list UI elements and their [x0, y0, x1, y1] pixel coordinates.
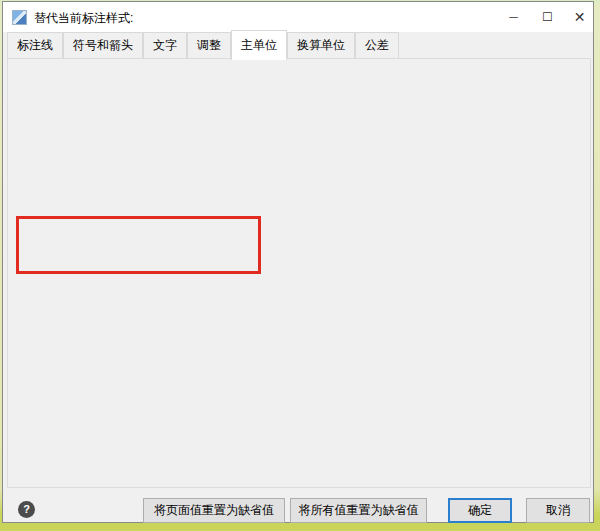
reset-page-values-button[interactable]: 将页面值重置为缺省值 — [143, 498, 285, 523]
tab-fit[interactable]: 调整 — [187, 32, 231, 59]
dimension-style-override-dialog: 替代当前标注样式: ─ ☐ ✕ 标注线 符号和箭头 文字 调整 主单位 换算单位… — [2, 1, 594, 523]
tab-page — [7, 58, 591, 488]
minimize-button[interactable]: ─ — [498, 2, 529, 32]
app-icon — [12, 10, 27, 25]
help-button[interactable]: ? — [18, 501, 35, 518]
tab-bar: 标注线 符号和箭头 文字 调整 主单位 换算单位 公差 — [7, 35, 399, 59]
maximize-button[interactable]: ☐ — [532, 2, 563, 32]
reset-all-values-button[interactable]: 将所有值重置为缺省值 — [290, 498, 427, 523]
tab-alternate-units[interactable]: 换算单位 — [287, 32, 355, 59]
close-button[interactable]: ✕ — [564, 2, 595, 32]
tab-symbols-arrows[interactable]: 符号和箭头 — [63, 32, 143, 59]
tab-text[interactable]: 文字 — [143, 32, 187, 59]
tab-primary-units[interactable]: 主单位 — [231, 30, 287, 60]
tab-dimension-lines[interactable]: 标注线 — [7, 32, 63, 59]
tab-tolerances[interactable]: 公差 — [355, 32, 399, 59]
cancel-button[interactable]: 取消 — [526, 498, 590, 523]
window-title: 替代当前标注样式: — [34, 10, 133, 27]
title-bar: 替代当前标注样式: ─ ☐ ✕ — [3, 2, 593, 32]
ok-button[interactable]: 确定 — [448, 498, 512, 523]
